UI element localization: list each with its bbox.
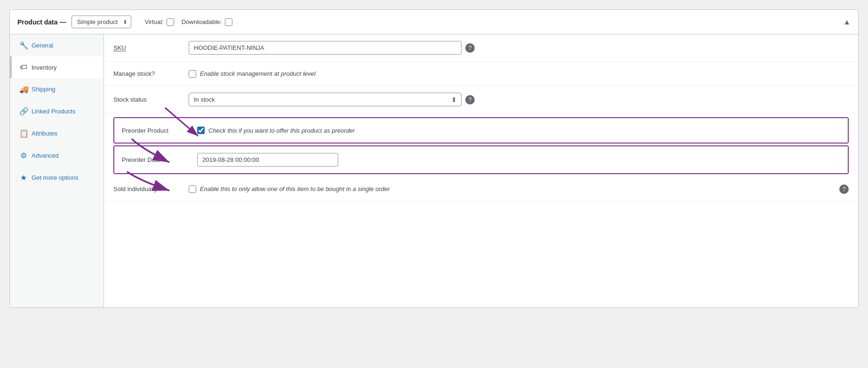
sidebar-item-linked-products[interactable]: 🔗 Linked Products [10, 100, 104, 122]
sidebar-item-shipping[interactable]: 🚚 Shipping [10, 78, 104, 100]
manage-stock-checkbox[interactable] [189, 70, 196, 78]
panel-body: 🔧 General 🏷 Inventory 🚚 Shipping 🔗 Linke… [10, 34, 858, 307]
sold-individually-label: Sold individually [113, 185, 189, 192]
sidebar-item-get-more-options-label: Get more options [32, 174, 79, 181]
sku-label: SKU [113, 44, 189, 51]
preorder-date-section: Preorder Date [113, 145, 849, 174]
sold-individually-description: Enable this to only allow one of this it… [200, 185, 390, 192]
downloadable-label: Downloadable: [182, 18, 232, 26]
preorder-date-value [197, 153, 840, 167]
collapse-button[interactable]: ▲ [843, 18, 851, 26]
sidebar-item-get-more-options[interactable]: ★ Get more options [10, 167, 104, 189]
preorder-product-checkbox[interactable] [197, 127, 205, 134]
wrench-icon: 🔧 [19, 41, 28, 50]
stock-status-row: Stock status In stock Out of stock On ba… [104, 86, 858, 113]
sidebar-item-shipping-label: Shipping [32, 86, 56, 93]
sidebar-item-inventory[interactable]: 🏷 Inventory [10, 56, 104, 78]
product-data-panel: Product data — Simple product ⬍ Virtual:… [9, 9, 859, 308]
sidebar-item-linked-products-label: Linked Products [32, 108, 75, 115]
sku-field-value: ? [189, 41, 849, 55]
sku-input[interactable] [189, 41, 462, 55]
preorder-product-label: Preorder Product [122, 127, 197, 134]
stock-status-select[interactable]: In stock Out of stock On backorder [189, 93, 462, 106]
manage-stock-label: Manage stock? [113, 70, 189, 77]
list-icon: 📋 [19, 129, 28, 138]
virtual-label: Virtual: [144, 18, 174, 26]
star-icon: ★ [19, 173, 28, 182]
sidebar-item-general[interactable]: 🔧 General [10, 34, 104, 56]
preorder-product-row: Preorder Product Check this if you want … [114, 118, 848, 143]
product-type-wrapper: Simple product ⬍ [72, 16, 131, 28]
tag-icon: 🏷 [19, 63, 28, 72]
stock-status-help-icon[interactable]: ? [465, 95, 475, 104]
sidebar-item-advanced[interactable]: ⚙ Advanced [10, 144, 104, 167]
sold-individually-value: Enable this to only allow one of this it… [189, 185, 849, 193]
downloadable-checkbox[interactable] [225, 18, 232, 26]
virtual-checkbox[interactable] [167, 18, 174, 26]
panel-title: Product data — [17, 18, 66, 26]
sidebar-item-advanced-label: Advanced [32, 152, 59, 159]
product-type-select[interactable]: Simple product [72, 16, 131, 28]
sidebar: 🔧 General 🏷 Inventory 🚚 Shipping 🔗 Linke… [10, 34, 104, 307]
preorder-date-label: Preorder Date [122, 156, 197, 163]
virtual-downloadable-group: Virtual: Downloadable: [144, 18, 232, 26]
manage-stock-value: Enable stock management at product level [189, 70, 849, 78]
sold-individually-row: Sold individually Enable this to only al… [104, 177, 858, 201]
stock-status-value: In stock Out of stock On backorder ⬍ ? [189, 93, 849, 106]
sidebar-item-attributes-label: Attributes [32, 130, 57, 137]
sidebar-item-attributes[interactable]: 📋 Attributes [10, 122, 104, 144]
gear-icon: ⚙ [19, 151, 28, 160]
preorder-product-description: Check this if you want to offer this pro… [208, 127, 355, 134]
sidebar-item-inventory-label: Inventory [32, 64, 56, 71]
sold-individually-help-icon[interactable]: ? [839, 184, 849, 194]
sku-row: SKU ? [104, 34, 858, 62]
sku-help-icon[interactable]: ? [465, 43, 475, 53]
main-content: SKU ? Manage stock? Enable stock managem… [104, 34, 858, 307]
manage-stock-row: Manage stock? Enable stock management at… [104, 62, 858, 86]
stock-status-label: Stock status [113, 96, 189, 103]
sidebar-item-general-label: General [32, 42, 53, 49]
stock-status-select-wrapper: In stock Out of stock On backorder ⬍ [189, 93, 462, 106]
truck-icon: 🚚 [19, 85, 28, 94]
link-icon: 🔗 [19, 107, 28, 116]
preorder-product-value: Check this if you want to offer this pro… [197, 127, 840, 134]
preorder-date-input[interactable] [197, 153, 338, 167]
preorder-product-section: Preorder Product Check this if you want … [113, 117, 849, 144]
panel-header: Product data — Simple product ⬍ Virtual:… [10, 10, 858, 34]
sold-individually-checkbox[interactable] [189, 185, 196, 193]
preorder-date-row: Preorder Date [114, 146, 848, 173]
manage-stock-description: Enable stock management at product level [200, 70, 316, 77]
